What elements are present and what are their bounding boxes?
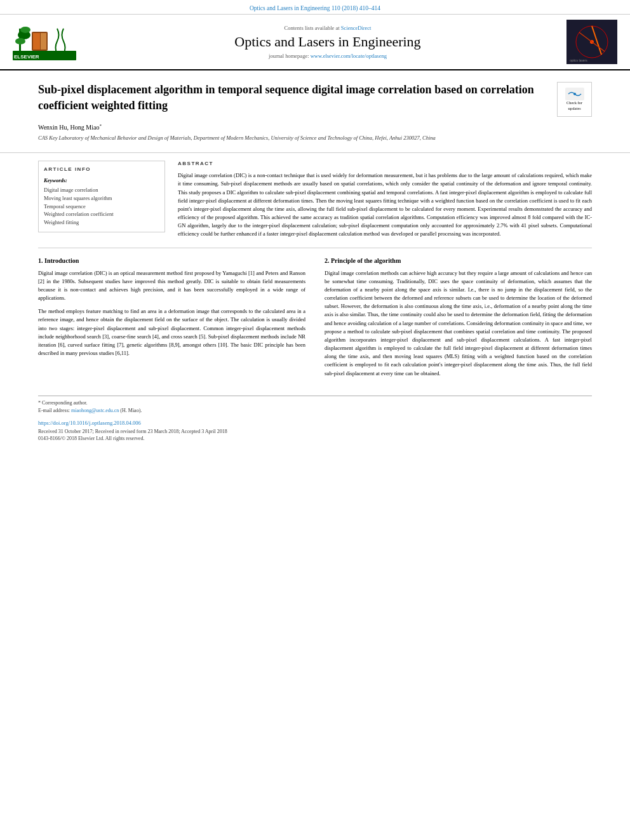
article-header: Sub-pixel displacement algorithm in temp… (0, 70, 630, 153)
abstract-section: ABSTRACT Digital image correlation (DIC)… (178, 161, 592, 238)
article-info-column: ARTICLE INFO Keywords: Digital image cor… (38, 153, 165, 238)
authors-line: Wenxin Hu, Hong Miao* (38, 123, 592, 131)
corresponding-asterisk: * (99, 123, 102, 128)
abstract-label: ABSTRACT (178, 161, 592, 166)
section2-heading: 2. Principle of the algorithm (325, 257, 592, 264)
abstract-text: Digital image correlation (DIC) is a non… (178, 171, 592, 238)
journal-center-info: Contents lists available at ScienceDirec… (89, 25, 566, 59)
intro-paragraph-1: Digital image correlation (DIC) is an op… (38, 269, 305, 303)
email-label: E-mail address: (38, 408, 70, 413)
svg-text:ELSEVIER: ELSEVIER (14, 54, 39, 60)
article-info-box: ARTICLE INFO Keywords: Digital image cor… (38, 161, 165, 232)
received-line: Received 31 October 2017; Received in re… (38, 429, 592, 434)
keyword-1: Digital image correlation (44, 186, 159, 194)
keyword-4: Weighted correlation coefficient (44, 210, 159, 218)
doi-link[interactable]: https://doi.org/10.1016/j.optlaseng.2018… (38, 420, 141, 426)
contents-available-text: Contents lists available at (285, 25, 340, 31)
copyright-line: 0143-8166/© 2018 Elsevier Ltd. All right… (38, 436, 592, 441)
keyword-3: Temporal sequence (44, 203, 159, 211)
journal-citation-link[interactable]: Optics and Lasers in Engineering 110 (20… (250, 5, 380, 11)
footnote-area: * Corresponding author. E-mail address: … (38, 396, 592, 413)
svg-point-4 (15, 38, 25, 44)
body-columns: 1. Introduction Digital image correlatio… (0, 257, 630, 383)
check-updates-icon (565, 88, 584, 100)
contents-available-line: Contents lists available at ScienceDirec… (89, 25, 566, 31)
sciencedirect-link[interactable]: ScienceDirect (341, 25, 372, 31)
info-abstract-columns: ARTICLE INFO Keywords: Digital image cor… (0, 153, 630, 238)
email-line: E-mail address: miaohong@ustc.edu.cn (H.… (38, 408, 592, 413)
email-link[interactable]: miaohong@ustc.edu.cn (71, 408, 119, 413)
body-right-col: 2. Principle of the algorithm Digital im… (325, 257, 592, 383)
keywords-label: Keywords: (44, 177, 159, 183)
journal-title: Optics and Lasers in Engineering (89, 34, 566, 50)
homepage-line: journal homepage: www.elsevier.com/locat… (89, 53, 566, 59)
journal-graphic-svg: optics lasers (566, 20, 617, 64)
page-footer: https://doi.org/10.1016/j.optlaseng.2018… (0, 416, 630, 448)
svg-rect-7 (33, 33, 40, 50)
journal-citation-bar: Optics and Lasers in Engineering 110 (20… (0, 0, 630, 15)
check-updates-badge: Check for updates (557, 82, 592, 117)
article-info-label: ARTICLE INFO (44, 166, 159, 172)
homepage-label: journal homepage: (269, 53, 309, 59)
check-badge-text1: Check for (566, 100, 583, 105)
intro-paragraph-2: The method employs feature matching to f… (38, 307, 305, 357)
elsevier-logo: ELSEVIER (13, 22, 76, 62)
svg-point-16 (573, 93, 576, 95)
email-person: (H. Miao). (120, 408, 142, 413)
affiliation-text: CAS Key Laboratory of Mechanical Behavio… (38, 135, 592, 142)
authors-text: Wenxin Hu, Hong Miao (38, 124, 99, 131)
check-badge-text2: updates (568, 106, 580, 111)
journal-header: ELSEVIER Contents lists available at Sci… (0, 15, 630, 70)
body-left-col: 1. Introduction Digital image correlatio… (38, 257, 305, 383)
article-title-text: Sub-pixel displacement algorithm in temp… (38, 82, 551, 114)
corresponding-author-note: * Corresponding author. (38, 400, 592, 406)
svg-text:optics lasers: optics lasers (570, 58, 587, 62)
corresponding-label: * Corresponding author. (38, 400, 88, 406)
homepage-url[interactable]: www.elsevier.com/locate/optlaseng (311, 53, 387, 59)
section-divider (38, 248, 592, 248)
article-title-block: Sub-pixel displacement algorithm in temp… (38, 82, 592, 117)
principle-paragraph-1: Digital image correlation methods can ac… (325, 269, 592, 378)
journal-graphic: optics lasers (566, 20, 617, 64)
svg-rect-8 (41, 33, 46, 50)
abstract-column: ABSTRACT Digital image correlation (DIC)… (178, 153, 592, 238)
keyword-5: Weighted fitting (44, 218, 159, 227)
page: Optics and Lasers in Engineering 110 (20… (0, 0, 630, 840)
elsevier-logo-svg: ELSEVIER (13, 22, 76, 60)
section1-heading: 1. Introduction (38, 257, 305, 264)
keyword-2: Moving least squares algorithm (44, 194, 159, 203)
svg-point-5 (20, 27, 30, 33)
